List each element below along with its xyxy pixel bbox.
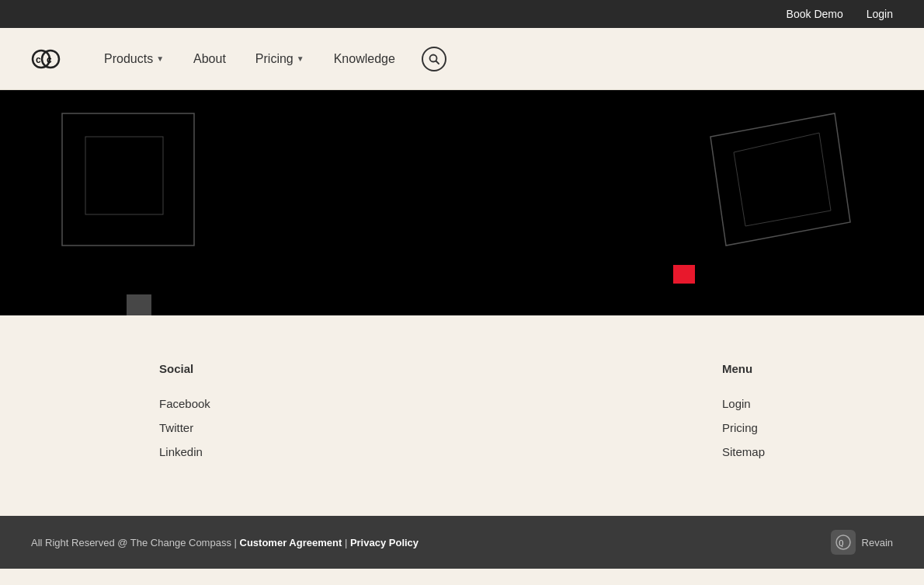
nav-products[interactable]: Products ▼ (93, 46, 175, 72)
hero-shape-right (695, 98, 866, 269)
footer-sitemap-link[interactable]: Sitemap (722, 445, 765, 458)
facebook-link[interactable]: Facebook (159, 397, 210, 410)
svg-rect-7 (85, 137, 163, 214)
svg-marker-8 (710, 113, 850, 245)
svg-text:Q: Q (839, 538, 844, 548)
nav-knowledge[interactable]: Knowledge (323, 46, 406, 72)
twitter-link[interactable]: Twitter (159, 421, 210, 434)
nav-links: Products ▼ About Pricing ▼ Knowledge (93, 46, 893, 72)
footer-menu-col: Menu Login Pricing Sitemap (722, 362, 765, 469)
top-bar: Book Demo Login (0, 0, 924, 28)
hero-shape-left (54, 106, 210, 257)
menu-heading: Menu (722, 362, 765, 375)
linkedin-link[interactable]: Linkedin (159, 445, 210, 458)
svg-marker-9 (734, 133, 831, 226)
book-demo-link[interactable]: Book Demo (787, 8, 843, 20)
footer-inner: Social Facebook Twitter Linkedin Menu Lo… (113, 362, 811, 469)
revain-label: Revain (862, 537, 893, 548)
pricing-chevron-icon: ▼ (297, 54, 304, 63)
svg-text:c: c (47, 54, 52, 65)
svg-text:c: c (36, 54, 41, 65)
bottom-bar: All Right Reserved @ The Change Compass … (0, 516, 924, 569)
hero-section (0, 90, 924, 315)
login-link-topbar[interactable]: Login (867, 8, 893, 20)
products-chevron-icon: ▼ (156, 54, 164, 63)
revain-icon: Q (831, 530, 856, 555)
logo[interactable]: c c (31, 47, 70, 71)
revain-badge: Q Revain (831, 530, 893, 555)
hero-small-square-left (127, 294, 151, 315)
customer-agreement-link[interactable]: Customer Agreement (240, 537, 342, 548)
copyright-text: All Right Reserved @ The Change Compass … (31, 537, 419, 548)
hero-red-accent (673, 265, 695, 284)
footer-content: Social Facebook Twitter Linkedin Menu Lo… (0, 315, 924, 516)
svg-line-5 (436, 61, 439, 64)
nav-about[interactable]: About (182, 46, 237, 72)
footer-login-link[interactable]: Login (722, 397, 765, 410)
privacy-policy-link[interactable]: Privacy Policy (350, 537, 419, 548)
search-button[interactable] (422, 47, 446, 71)
footer-social-col: Social Facebook Twitter Linkedin (159, 362, 210, 469)
social-heading: Social (159, 362, 210, 375)
footer-pricing-link[interactable]: Pricing (722, 421, 765, 434)
nav-bar: c c Products ▼ About Pricing ▼ Knowledge (0, 28, 924, 90)
svg-rect-6 (62, 113, 194, 245)
nav-pricing[interactable]: Pricing ▼ (245, 46, 315, 72)
